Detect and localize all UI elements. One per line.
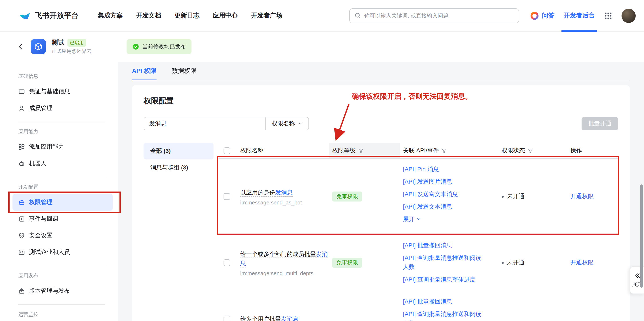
sidebar-item-credentials[interactable]: 凭证与基础信息 (12, 83, 113, 100)
api-link[interactable]: [API] 发送图片消息 (403, 177, 486, 186)
permission-tabs: API 权限 数据权限 (132, 62, 630, 80)
sidebar-item-label: 事件与回调 (29, 215, 58, 223)
category-all[interactable]: 全部 (3) (144, 143, 214, 160)
sidebar-section-dev-config: 开发配置 (12, 180, 113, 194)
api-link[interactable]: [API] 发送富文本消息 (403, 190, 486, 198)
nav-item-integration[interactable]: 集成方案 (98, 12, 123, 20)
header-api: 关联 API/事件 (403, 147, 439, 154)
permission-name: 以应用的身份发消息 (240, 188, 293, 197)
user-avatar[interactable] (622, 8, 636, 23)
sidebar-section-capability: 应用能力 (12, 124, 113, 139)
qa-ring-icon (530, 11, 539, 20)
sidebar-item-test-org[interactable]: 测试企业和人员 (12, 244, 113, 261)
nav-menu: 集成方案 开发文档 更新日志 应用中心 开发者广场 (98, 12, 282, 20)
event-callback-icon (18, 216, 25, 222)
divider (18, 266, 105, 266)
header-level: 权限等级 (332, 147, 356, 154)
header-name: 权限名称 (240, 147, 264, 154)
qa-link[interactable]: 问答 (530, 11, 554, 20)
double-chevron-left-icon (634, 272, 640, 279)
sidebar-item-label: 成员管理 (29, 104, 52, 112)
tab-api-permission[interactable]: API 权限 (132, 62, 156, 80)
sidebar-item-add-capability[interactable]: 添加应用能力 (12, 139, 113, 155)
sidebar-item-members[interactable]: 成员管理 (12, 100, 113, 116)
nav-item-docs[interactable]: 开发文档 (136, 12, 161, 20)
row-checkbox[interactable] (224, 193, 230, 200)
grid-plus-icon (18, 144, 25, 150)
sidebar-section-basic: 基础信息 (12, 69, 113, 83)
filter-funnel-icon[interactable] (528, 148, 533, 154)
sidebar-section-monitor: 运营监控 (12, 307, 113, 321)
permission-table: 权限名称 权限等级 关联 API/事件 (218, 143, 618, 321)
filter-funnel-icon[interactable] (442, 148, 447, 154)
api-link[interactable]: [API] 查询批量消息推送和阅读人数 (403, 309, 486, 321)
app-name: 测试 (52, 38, 64, 46)
level-badge: 免审权限 (332, 192, 362, 202)
status-dot (502, 196, 504, 198)
sidebar-item-label: 添加应用能力 (29, 143, 64, 151)
permission-search-group: 权限名称 (144, 117, 309, 130)
publish-status-banner: 当前修改均已发布 (126, 39, 192, 54)
toolbar: 权限名称 批量开通 (144, 117, 618, 130)
brand-title: 飞书开放平台 (35, 11, 79, 20)
level-badge: 免审权限 (332, 258, 362, 268)
tab-data-permission[interactable]: 数据权限 (172, 62, 196, 80)
search-filter-dropdown[interactable]: 权限名称 (265, 118, 308, 130)
publish-status-text: 当前修改均已发布 (142, 43, 186, 50)
app-cube-icon (31, 39, 46, 54)
page-root: 飞书开放平台 集成方案 开发文档 更新日志 应用中心 开发者广场 (0, 0, 644, 321)
open-permission-link[interactable]: 开通权限 (570, 259, 594, 266)
select-all-checkbox[interactable] (224, 148, 230, 154)
filter-funnel-icon[interactable] (358, 148, 364, 154)
chevron-down-icon (416, 216, 421, 222)
api-link[interactable]: [API] 批量撤回消息 (403, 241, 486, 250)
api-link[interactable]: [API] 查询批量消息推送和阅读人数 (403, 253, 486, 272)
permission-search-input[interactable] (144, 118, 265, 130)
sidebar-item-label: 权限管理 (29, 198, 52, 206)
global-search[interactable] (349, 8, 519, 23)
expand-apis-link[interactable]: 展开 (403, 214, 421, 224)
sidebar-item-events[interactable]: 事件与回调 (12, 211, 113, 227)
brand-logo[interactable]: 飞书开放平台 (18, 9, 79, 22)
permission-code: im:message:send_as_bot (240, 199, 302, 206)
api-link[interactable]: [API] 发送文本消息 (403, 202, 486, 211)
sidebar: 基础信息 凭证与基础信息 成员管理 应用能力 添加应用能力 (0, 62, 118, 321)
category-label: 消息与群组 (3) (150, 164, 188, 172)
row-checkbox[interactable] (224, 260, 230, 266)
sidebar-item-permissions[interactable]: 权限管理 (12, 194, 113, 211)
nav-item-app-center[interactable]: 应用中心 (213, 12, 238, 20)
permission-name: 给多个用户批量发消息 (240, 314, 298, 321)
api-link[interactable]: [API] 查询批量消息整体进度 (403, 275, 486, 284)
api-link[interactable]: [API] Pin 消息 (403, 164, 486, 174)
app-header-bar: 测试 已启用 正式应用@环界云 当前修改均已发布 (0, 32, 644, 62)
category-message-group[interactable]: 消息与群组 (3) (144, 160, 214, 176)
app-subtitle: 正式应用@环界云 (52, 48, 92, 55)
search-input[interactable] (364, 12, 514, 19)
nav-item-dev-plaza[interactable]: 开发者广场 (251, 12, 282, 20)
back-button[interactable] (17, 42, 25, 51)
table-row: 给多个用户批量发消息 [API] 批量撤回消息 [API] 查询批量消息推送和阅… (218, 291, 618, 321)
bulk-approve-button[interactable]: 批量开通 (582, 117, 618, 130)
member-person-icon (18, 105, 25, 112)
status-text: 未开通 (507, 259, 524, 266)
vertical-scrollbar[interactable] (640, 184, 643, 288)
divider (18, 122, 105, 122)
sidebar-item-label: 凭证与基础信息 (29, 88, 70, 95)
open-permission-link[interactable]: 开通权限 (570, 193, 594, 200)
permission-config-card: 权限配置 权限名称 批量开通 (132, 85, 630, 321)
sidebar-item-security[interactable]: 安全设置 (12, 227, 113, 244)
sidebar-item-version-release[interactable]: 版本管理与发布 (12, 283, 113, 299)
nav-item-changelog[interactable]: 更新日志 (174, 12, 200, 20)
main-content: API 权限 数据权限 权限配置 权限名称 (118, 62, 644, 321)
divider (18, 177, 105, 177)
feishu-logo-icon (18, 9, 31, 22)
dev-console-link[interactable]: 开发者后台 (564, 0, 595, 32)
apps-grid-icon[interactable] (604, 12, 612, 20)
api-link[interactable]: [API] 批量撤回消息 (403, 297, 486, 306)
table-row: 给一个或多个部门的成员批量发消息 im:message:send_multi_d… (218, 235, 618, 291)
enabled-badge: 已启用 (68, 38, 86, 46)
tab-label: API 权限 (132, 67, 156, 75)
permission-code: im:message:send_multi_depts (240, 270, 313, 276)
sidebar-item-bot[interactable]: 机器人 (12, 155, 113, 172)
row-checkbox[interactable] (224, 316, 230, 321)
